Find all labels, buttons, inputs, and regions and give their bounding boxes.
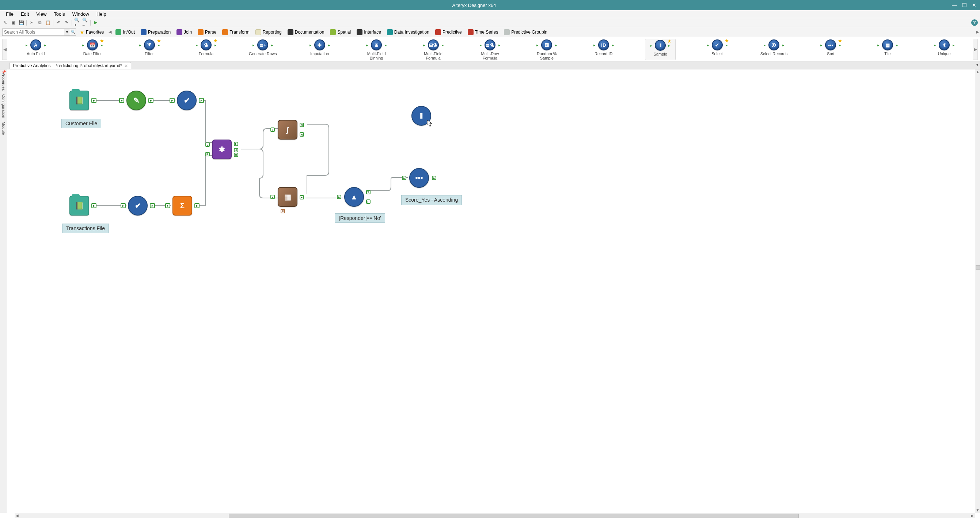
node-data-cleansing[interactable]: ✎ ▸ ▸ (126, 91, 146, 110)
palette-tool-auto-field[interactable]: ▸A▸Auto Field (21, 39, 51, 60)
anchor-in-icon[interactable]: ▸ (170, 98, 175, 103)
label-sort-description[interactable]: Score_Yes - Ascending (401, 195, 462, 205)
anchor-out-icon[interactable]: ▸ (432, 176, 436, 180)
anchor-out-icon[interactable]: ▸ (150, 203, 155, 208)
anchor-F-icon[interactable]: F (366, 199, 371, 204)
palette-tool-multi-field-formula[interactable]: ▸⊞⚗▸Multi-Field Formula (418, 39, 449, 60)
palette-tool-multi-field-binning[interactable]: ▸⊞▸Multi-Field Binning (361, 39, 392, 60)
palette-scroll-right-icon[interactable]: ▶ (973, 39, 978, 60)
anchor-T-icon[interactable]: T (366, 190, 371, 194)
anchor-L-icon[interactable]: L (205, 143, 210, 147)
anchor-in-icon[interactable]: ▸ (270, 127, 275, 132)
category-tab-predictive[interactable]: Predictive (432, 29, 465, 35)
scroll-left-icon[interactable]: ◀ (14, 513, 20, 518)
label-filter-expression[interactable]: [Responder]=='No' (335, 213, 385, 223)
anchor-out-icon[interactable]: ▸ (91, 203, 97, 208)
anchor-out-icon[interactable]: ▸ (300, 195, 304, 199)
anchor-in-icon[interactable]: ▸ (121, 203, 126, 208)
palette-tool-multi-row-formula[interactable]: ▸≣⚗▸Multi-Row Formula (475, 39, 505, 60)
document-tab-close-icon[interactable]: ✕ (124, 63, 128, 68)
category-tab-parse[interactable]: Parse (195, 29, 219, 35)
scroll-down-icon[interactable]: ▼ (976, 508, 980, 513)
node-select-1[interactable]: ✔ ▸ ▸ (177, 91, 197, 110)
scroll-thumb[interactable] (229, 513, 799, 518)
new-icon[interactable]: ✎ (2, 20, 8, 25)
menu-edit[interactable]: Edit (17, 11, 32, 17)
open-icon[interactable]: ▣ (10, 20, 16, 25)
anchor-R-icon[interactable]: R (300, 132, 304, 137)
category-tab-documentation[interactable]: Documentation (285, 29, 328, 35)
ribbon-scroll-right-icon[interactable]: ▶ (975, 30, 980, 34)
side-panel-collapsed[interactable]: 📌 Properties - Configuration - Module (0, 69, 7, 513)
palette-tool-tile[interactable]: ▸▦▸Tile (872, 39, 903, 60)
redo-icon[interactable]: ↷ (64, 20, 69, 25)
cut-icon[interactable]: ✂ (29, 20, 35, 25)
run-button[interactable]: ▶ (93, 20, 99, 25)
menu-file[interactable]: File (2, 11, 17, 17)
node-input-transactions[interactable]: 📗 ▸ (69, 196, 89, 216)
menu-view[interactable]: View (32, 11, 50, 17)
anchor-O-icon[interactable]: O (300, 123, 304, 127)
palette-tool-date-filter[interactable]: ▸📅▸Date Filter★ (77, 39, 108, 60)
search-go-icon[interactable]: 🔍 (70, 29, 76, 36)
node-select-2[interactable]: ✔ ▸ ▸ (128, 196, 148, 216)
document-tab-overflow-icon[interactable]: ▾ (976, 62, 978, 67)
anchor-R-out-icon[interactable]: R (234, 153, 238, 157)
scroll-right-icon[interactable]: ▶ (970, 513, 975, 518)
canvas-vertical-scrollbar[interactable]: ▲ ▼ (975, 69, 980, 513)
label-transactions-file[interactable]: Transactions File (62, 224, 109, 233)
category-tab-transform[interactable]: Transform (219, 29, 252, 35)
window-close-button[interactable]: ✕ (972, 2, 976, 8)
canvas-horizontal-scrollbar[interactable]: ◀ ▶ (14, 513, 975, 518)
node-summarize[interactable]: Σ ▸ ▸ (172, 196, 192, 216)
node-filter[interactable]: ▲ ▸ T F (344, 187, 364, 207)
copy-icon[interactable]: ⧉ (37, 20, 43, 25)
palette-tool-record-id[interactable]: ▸ID▸Record ID (588, 39, 619, 60)
node-score[interactable]: ▦ ▸ ▸ R (278, 187, 298, 207)
node-sample[interactable]: ⦀ (411, 106, 431, 126)
anchor-in-icon[interactable]: ▸ (337, 195, 341, 199)
category-tab-data-investigation[interactable]: Data Investigation (384, 29, 432, 35)
label-customer-file[interactable]: Customer File (61, 119, 101, 128)
paste-icon[interactable]: 📋 (45, 20, 51, 25)
category-tab-time-series[interactable]: Time Series (465, 29, 501, 35)
favorites-tab[interactable]: ★ Favorites (76, 29, 107, 35)
anchor-out-icon[interactable]: ▸ (194, 203, 199, 208)
scroll-up-icon[interactable]: ▲ (976, 69, 980, 75)
anchor-R-icon[interactable]: R (205, 152, 210, 156)
anchor-in-icon[interactable]: ▸ (165, 203, 170, 208)
save-icon[interactable]: 💾 (18, 20, 24, 25)
palette-tool-select-records[interactable]: ▸⦿▸Select Records (759, 39, 789, 60)
tool-search-input[interactable] (2, 29, 64, 36)
palette-tool-unique[interactable]: ▸✳▸Unique (929, 39, 959, 60)
menu-window[interactable]: Window (69, 11, 93, 17)
category-tab-spatial[interactable]: Spatial (327, 29, 354, 35)
zoom-in-icon[interactable]: 🔍+ (74, 20, 80, 25)
anchor-in-icon[interactable]: ▸ (402, 176, 406, 180)
node-input-customer[interactable]: 📗 ▸ (69, 91, 89, 110)
category-tab-interface[interactable]: Interface (354, 29, 384, 35)
palette-scroll-left-icon[interactable]: ◀ (2, 39, 7, 60)
palette-tool-random-sample[interactable]: ▸⚄▸Random % Sample (531, 39, 562, 60)
help-icon[interactable]: ? (971, 19, 978, 26)
search-dropdown-icon[interactable]: ▾ (64, 29, 70, 36)
palette-tool-filter[interactable]: ▸⧩▸Filter★ (134, 39, 165, 60)
category-tab-predictive-groupin[interactable]: Predictive Groupin (501, 29, 550, 35)
zoom-out-icon[interactable]: 🔍− (82, 20, 88, 25)
anchor-J-out-icon[interactable]: J (234, 148, 238, 153)
anchor-R-icon[interactable]: R (281, 209, 285, 213)
category-tab-preparation[interactable]: Preparation (138, 29, 173, 35)
anchor-in-icon[interactable]: ▸ (119, 98, 124, 103)
node-join[interactable]: ✱ L R L J R (212, 140, 232, 159)
palette-tool-generate-rows[interactable]: ▸≣+▸Generate Rows (247, 39, 278, 60)
menu-tools[interactable]: Tools (50, 11, 68, 17)
undo-icon[interactable]: ↶ (56, 20, 61, 25)
pin-icon[interactable]: 📌 (2, 70, 6, 74)
palette-tool-formula[interactable]: ▸⚗▸Formula★ (191, 39, 221, 60)
ribbon-scroll-left-icon[interactable]: ◀ (107, 30, 113, 34)
anchor-out-icon[interactable]: ▸ (199, 98, 204, 103)
category-tab-in-out[interactable]: In/Out (113, 29, 138, 35)
palette-tool-select[interactable]: ▸✔▸Select★ (702, 39, 733, 60)
workflow-canvas[interactable]: 📗 ▸ Customer File ✎ ▸ ▸ ✔ ▸ ▸ 📗 (7, 69, 980, 518)
palette-tool-sort[interactable]: ▸•••▸Sort★ (815, 39, 846, 60)
